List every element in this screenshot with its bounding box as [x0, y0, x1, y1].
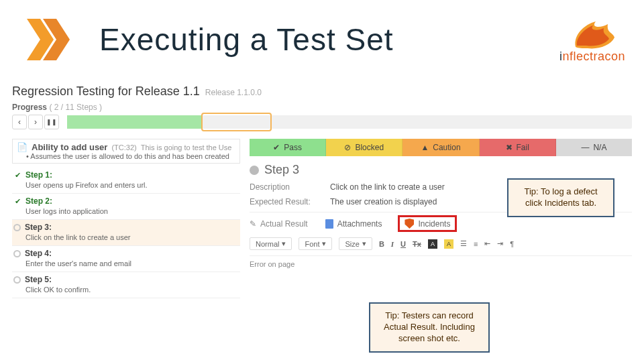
status-fail-button[interactable]: ✖Fail — [480, 139, 556, 156]
circle-icon — [13, 276, 21, 284]
slide-title: Executing a Test Set — [99, 21, 394, 58]
text-color-button[interactable]: A — [428, 239, 437, 249]
indent-icon[interactable]: ⇥ — [497, 239, 503, 248]
step-item-3[interactable]: Step 3: Click on the link to create a us… — [12, 220, 240, 246]
status-caution-button[interactable]: ▲Caution — [402, 139, 479, 156]
check-icon — [13, 171, 21, 179]
pause-button[interactable]: ❚❚ — [44, 115, 59, 129]
circle-icon — [13, 224, 21, 231]
regression-title: Regression Testing for Release 1.1 — [12, 84, 200, 99]
step-status-icon — [250, 166, 259, 175]
document-icon — [325, 219, 333, 229]
progress-bar — [67, 115, 632, 129]
step-item-5[interactable]: Step 5: Click OK to confirm. — [12, 272, 240, 298]
brand-text: inflectracon — [559, 50, 625, 64]
progress-label: Progress — [12, 103, 47, 112]
step-item-4[interactable]: Step 4: Enter the user's name and email — [12, 246, 240, 272]
testcase-id: (TC:32) — [111, 143, 136, 152]
step-item-1[interactable]: Step 1: User opens up Firefox and enters… — [12, 168, 240, 194]
bold-button[interactable]: B — [379, 240, 384, 248]
size-select[interactable]: Size▾ — [339, 237, 372, 250]
testcase-icon: 📄 — [17, 142, 28, 152]
italic-button[interactable]: I — [391, 240, 394, 248]
attachments-tab[interactable]: Attachments — [320, 217, 388, 231]
testcase-title[interactable]: Ability to add user — [32, 142, 107, 152]
step-detail-title: Step 3 — [264, 163, 299, 177]
check-icon — [13, 197, 21, 205]
tip-log-defect: Tip: To log a defect click Incidents tab… — [507, 178, 614, 217]
testcase-preview: This is going to test the Use — [141, 143, 232, 152]
check-icon: ✔ — [273, 143, 280, 152]
progress-counter: ( 2 / 11 Steps ) — [49, 103, 102, 112]
flame-icon — [569, 19, 616, 50]
description-label: Description — [250, 182, 330, 192]
list-numbered-icon[interactable]: ≡ — [474, 240, 478, 248]
step-item-2[interactable]: Step 2: User logs into application — [12, 194, 240, 220]
pencil-icon — [250, 219, 256, 229]
expected-value: The user creation is displayed — [330, 197, 437, 206]
format-select[interactable]: Normal▾ — [250, 237, 292, 250]
status-na-button[interactable]: —N/A — [556, 139, 632, 156]
status-pass-button[interactable]: ✔Pass — [250, 139, 326, 156]
font-select[interactable]: Font▾ — [299, 237, 332, 250]
tip-actual-result: Tip: Testers can record Actual Result. I… — [369, 302, 490, 353]
paragraph-icon[interactable]: ¶ — [510, 240, 514, 248]
incidents-tab[interactable]: Incidents — [399, 217, 455, 231]
underline-button[interactable]: U — [400, 240, 406, 248]
prev-step-button[interactable]: ‹ — [12, 115, 27, 129]
description-value: Click on the link to create a user — [330, 182, 445, 192]
release-version: Release 1.1.0.0 — [205, 88, 262, 97]
testcase-assumption: Assumes the user is allowed to do this a… — [30, 152, 229, 160]
expected-label: Expected Result: — [250, 197, 330, 206]
fail-icon: ✖ — [506, 143, 513, 152]
brand-logo: inflectracon — [559, 19, 625, 64]
next-step-button[interactable]: › — [28, 115, 43, 129]
status-blocked-button[interactable]: ⊘Blocked — [326, 139, 402, 156]
bg-color-button[interactable]: A — [444, 239, 453, 249]
list-bulleted-icon[interactable]: ☰ — [460, 239, 467, 248]
na-icon: — — [581, 143, 589, 152]
rich-text-toolbar: Normal▾ Font▾ Size▾ B I U Tx A A ☰ ≡ ⇤ ⇥… — [250, 237, 632, 250]
outdent-icon[interactable]: ⇤ — [484, 239, 490, 248]
blocked-icon: ⊘ — [344, 143, 351, 152]
slide-bullet-chevrons — [27, 19, 78, 60]
actual-result-content[interactable]: Error on page — [250, 255, 632, 268]
circle-icon — [13, 250, 21, 257]
actual-result-tab[interactable]: Actual Result — [260, 219, 308, 229]
clear-format-button[interactable]: Tx — [413, 240, 421, 248]
caution-icon: ▲ — [421, 143, 429, 152]
shield-icon — [405, 219, 414, 229]
